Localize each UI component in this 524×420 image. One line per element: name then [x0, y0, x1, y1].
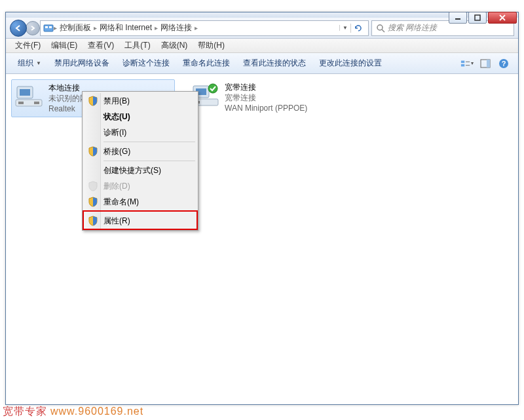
toolbar: 组织 ▼ 禁用此网络设备 诊断这个连接 重命名此连接 查看此连接的状态 更改此连… [6, 53, 518, 74]
maximize-icon [474, 14, 481, 21]
title-bar [6, 12, 518, 18]
organize-button[interactable]: 组织 ▼ [11, 55, 48, 71]
nav-buttons [10, 20, 37, 37]
menu-disable[interactable]: 禁用(B) [84, 93, 196, 109]
highlight-box [83, 210, 198, 230]
svg-rect-1 [475, 15, 480, 20]
chevron-right-icon: ▸ [195, 24, 198, 31]
connection-text: 宽带连接 宽带连接 WAN Miniport (PPPOE) [225, 82, 307, 113]
menu-help[interactable]: 帮助(H) [193, 39, 230, 52]
menu-label: 诊断(I) [103, 127, 126, 138]
chevron-down-icon: ▾ [471, 60, 474, 66]
explorer-window: ▸ 控制面板 ▸ 网络和 Internet ▸ 网络连接 ▸ ▼ 搜索 网络连接… [5, 12, 519, 405]
view-options-button[interactable]: ▾ [460, 57, 474, 70]
menu-view[interactable]: 查看(V) [83, 39, 119, 52]
connection-broadband[interactable]: 宽带连接 宽带连接 WAN Miniport (PPPOE) [188, 79, 352, 116]
menu-edit[interactable]: 编辑(E) [46, 39, 83, 52]
menu-label: 删除(D) [103, 181, 130, 192]
menu-separator [103, 211, 195, 212]
menu-diagnose[interactable]: 诊断(I) [84, 124, 196, 140]
svg-rect-19 [34, 102, 39, 104]
menu-label: 状态(U) [103, 111, 130, 123]
content-area: 本地连接 未识别的网络 Realtek 宽带连接 宽带连接 WAN Minipo… [6, 74, 518, 404]
svg-text:?: ? [502, 60, 506, 67]
close-button[interactable] [488, 12, 517, 24]
breadcrumb-item[interactable]: 控制面板 [57, 22, 94, 33]
menu-label: 创建快捷方式(S) [103, 165, 161, 176]
svg-point-22 [208, 84, 217, 93]
back-button[interactable] [10, 20, 27, 37]
organize-label: 组织 [18, 58, 33, 69]
watermark-url: www.9600169.net [50, 406, 143, 417]
breadcrumb-item[interactable]: 网络和 Internet [97, 22, 155, 33]
toolbar-rename[interactable]: 重命名此连接 [176, 55, 236, 71]
preview-pane-button[interactable] [479, 57, 492, 70]
breadcrumb-item[interactable]: 网络连接 [158, 22, 195, 33]
breadcrumb-label: 网络连接 [160, 22, 192, 33]
menu-status[interactable]: 状态(U) [84, 109, 196, 124]
search-icon [376, 24, 385, 33]
breadcrumb-label: 网络和 Internet [100, 22, 152, 33]
shield-icon [88, 197, 98, 207]
context-menu: 禁用(B) 状态(U) 诊断(I) 桥接(G) 创建快捷方式(S) 删除(D) [82, 91, 198, 231]
toolbar-settings[interactable]: 更改此连接的设置 [312, 55, 388, 71]
menu-label: 属性(R) [103, 216, 130, 227]
menu-separator [103, 142, 195, 142]
svg-rect-7 [461, 60, 464, 63]
arrow-right-icon [29, 25, 36, 31]
menu-label: 禁用(B) [103, 96, 130, 107]
menu-bridge[interactable]: 桥接(G) [84, 143, 196, 159]
shield-icon [88, 146, 98, 157]
minimize-button[interactable] [449, 12, 467, 24]
forward-button[interactable] [26, 21, 40, 35]
maximize-button[interactable] [468, 12, 487, 24]
breadcrumb-label: 控制面板 [60, 22, 91, 33]
svg-rect-16 [20, 89, 30, 96]
network-adapter-icon [14, 83, 43, 109]
svg-rect-8 [461, 64, 464, 66]
menu-label: 桥接(G) [103, 146, 130, 157]
arrow-left-icon [14, 24, 22, 32]
toolbar-disable[interactable]: 禁用此网络设备 [48, 55, 116, 71]
menu-file[interactable]: 文件(F) [10, 39, 46, 52]
svg-rect-18 [18, 102, 24, 104]
menu-rename[interactable]: 重命名(M) [84, 194, 196, 210]
search-placeholder: 搜索 网络连接 [388, 22, 437, 33]
refresh-button[interactable] [350, 24, 365, 33]
shield-icon [88, 96, 98, 106]
menu-advanced[interactable]: 高级(N) [156, 39, 193, 52]
connection-status: 宽带连接 [225, 92, 307, 103]
address-dropdown[interactable]: ▼ [339, 25, 350, 31]
watermark: 宽带专家 www.9600169.net [3, 405, 143, 419]
menu-delete: 删除(D) [84, 178, 196, 194]
connection-device: WAN Miniport (PPPOE) [225, 103, 307, 113]
shield-icon [88, 181, 98, 191]
address-row: ▸ 控制面板 ▸ 网络和 Internet ▸ 网络连接 ▸ ▼ 搜索 网络连接 [6, 18, 518, 39]
svg-point-5 [377, 25, 383, 30]
menu-shortcut[interactable]: 创建快捷方式(S) [84, 162, 196, 178]
menu-label: 重命名(M) [103, 197, 139, 208]
menu-properties[interactable]: 属性(R) [84, 213, 196, 229]
help-button[interactable]: ? [497, 57, 510, 70]
view-icon [460, 59, 471, 68]
toolbar-status[interactable]: 查看此连接的状态 [236, 55, 312, 71]
chevron-down-icon: ▼ [36, 60, 41, 66]
svg-rect-3 [45, 26, 48, 28]
toolbar-diagnose[interactable]: 诊断这个连接 [116, 55, 176, 71]
control-panel-icon [43, 23, 54, 33]
menu-tools[interactable]: 工具(T) [119, 39, 155, 52]
minimize-icon [455, 14, 461, 21]
preview-icon [480, 59, 491, 68]
connection-title: 宽带连接 [225, 82, 307, 92]
refresh-icon [354, 24, 363, 33]
svg-rect-4 [49, 26, 52, 28]
watermark-text: 宽带专家 [3, 406, 47, 417]
help-icon: ? [498, 58, 509, 69]
svg-line-6 [382, 29, 384, 32]
window-buttons [449, 12, 517, 24]
close-icon [498, 14, 506, 21]
shield-icon [88, 216, 98, 226]
menu-separator [103, 161, 195, 161]
chevron-down-icon: ▼ [343, 25, 348, 31]
address-bar[interactable]: ▸ 控制面板 ▸ 网络和 Internet ▸ 网络连接 ▸ ▼ [40, 20, 369, 36]
